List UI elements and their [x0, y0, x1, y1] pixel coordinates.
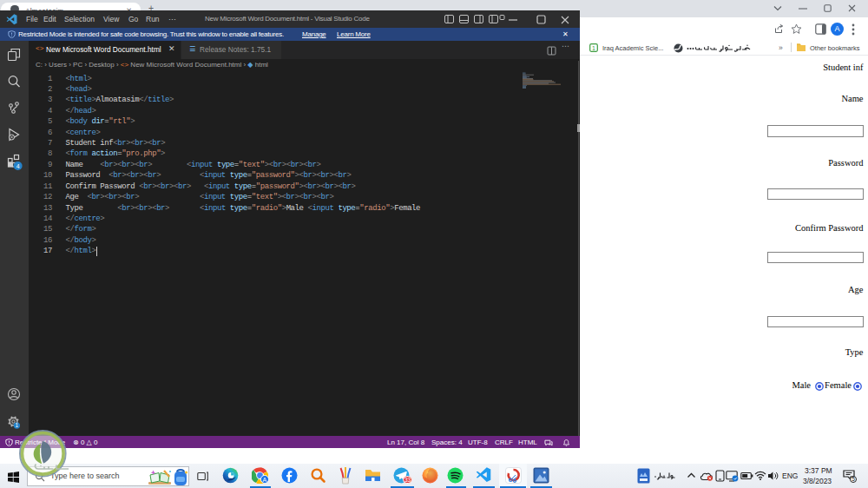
svg-text:1: 1 — [592, 45, 595, 51]
svg-text:4: 4 — [16, 163, 20, 169]
svg-text:5: 5 — [852, 476, 855, 482]
